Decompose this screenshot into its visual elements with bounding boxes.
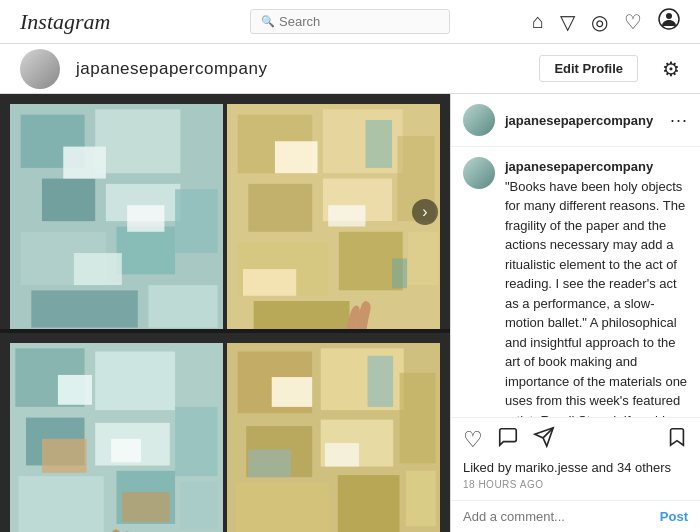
more-options-button[interactable]: ··· (670, 110, 688, 131)
svg-rect-57 (368, 356, 394, 407)
search-input[interactable] (279, 14, 439, 29)
post-avatar (463, 104, 495, 136)
svg-rect-43 (42, 439, 87, 473)
svg-rect-27 (243, 269, 296, 296)
compass-icon[interactable]: ◎ (591, 10, 608, 34)
like-button[interactable]: ♡ (463, 427, 483, 453)
svg-rect-12 (63, 147, 106, 179)
caption-area: japanesepapercompany "Books have been ho… (451, 147, 700, 417)
svg-rect-23 (408, 232, 438, 285)
svg-rect-26 (328, 205, 365, 226)
comment-input-area: Post (451, 500, 700, 532)
svg-rect-11 (148, 285, 217, 328)
save-button[interactable] (666, 426, 688, 454)
profile-username: japanesepapercompany (76, 59, 267, 79)
svg-rect-55 (272, 377, 312, 407)
svg-rect-5 (42, 179, 95, 222)
settings-icon[interactable]: ⚙ (662, 57, 680, 81)
hand-holding-bottom (80, 507, 150, 532)
search-icon: 🔍 (261, 15, 275, 28)
heart-icon[interactable]: ♡ (624, 10, 642, 34)
post-comment-button[interactable]: Post (660, 509, 688, 524)
book-page-right-bottom (227, 343, 440, 532)
svg-rect-50 (400, 373, 436, 464)
svg-rect-13 (127, 205, 164, 232)
book-page-left-bottom (10, 343, 223, 532)
svg-rect-58 (248, 449, 291, 477)
action-icons-row: ♡ (463, 426, 688, 454)
book-page-left-top (10, 104, 223, 319)
svg-rect-18 (248, 184, 312, 232)
svg-rect-4 (95, 109, 180, 173)
svg-rect-10 (31, 290, 137, 327)
filter-icon[interactable]: ▽ (560, 10, 575, 34)
share-button[interactable] (533, 426, 555, 454)
svg-rect-42 (111, 439, 141, 462)
caption-text: japanesepapercompany "Books have been ho… (505, 157, 688, 417)
svg-rect-52 (338, 475, 400, 532)
hand-holding-top (330, 284, 390, 329)
right-panel: japanesepapercompany ··· japanesepaperco… (450, 94, 700, 532)
profile-icon[interactable] (658, 8, 680, 35)
nav-icon-group: ⌂ ▽ ◎ ♡ (532, 8, 680, 35)
svg-rect-53 (406, 471, 436, 526)
likes-text: Liked by mariko.jesse and 34 others (463, 460, 688, 475)
svg-rect-28 (365, 120, 392, 168)
post-actions: ♡ Like (451, 417, 700, 500)
comment-button[interactable] (497, 426, 519, 454)
svg-rect-51 (236, 484, 330, 532)
instagram-logo: Instagram (20, 9, 110, 35)
edit-profile-button[interactable]: Edit Profile (539, 55, 638, 82)
profile-avatar (20, 49, 60, 89)
likes-label: Liked by mariko.jesse and 34 others (463, 460, 671, 475)
book-image-bottom (0, 333, 450, 532)
svg-rect-25 (275, 141, 318, 173)
post-header: japanesepapercompany ··· (451, 94, 700, 147)
timestamp: 18 HOURS AGO (463, 479, 688, 490)
svg-rect-35 (175, 407, 218, 476)
search-bar[interactable]: 🔍 (250, 9, 450, 34)
svg-rect-56 (325, 443, 359, 466)
comment-input[interactable] (463, 509, 660, 524)
main-content: › (0, 94, 700, 532)
post-username[interactable]: japanesepapercompany (505, 113, 653, 128)
book-image-top: › (0, 94, 450, 329)
svg-rect-32 (95, 352, 175, 411)
home-icon[interactable]: ⌂ (532, 10, 544, 33)
caption-block: japanesepapercompany "Books have been ho… (463, 157, 688, 417)
caption-body: "Books have been holy objects for many d… (505, 179, 687, 418)
svg-rect-41 (58, 375, 92, 405)
caption-username[interactable]: japanesepapercompany (505, 159, 653, 174)
svg-rect-8 (117, 226, 176, 274)
profile-header: japanesepapercompany Edit Profile ⚙ (0, 44, 700, 94)
svg-rect-29 (392, 258, 407, 288)
svg-point-1 (666, 13, 672, 19)
top-navigation: Instagram 🔍 ⌂ ▽ ◎ ♡ (0, 0, 700, 44)
image-pane: › (0, 94, 450, 532)
svg-rect-14 (74, 253, 122, 285)
svg-rect-38 (180, 481, 217, 529)
svg-rect-9 (175, 189, 218, 253)
next-image-button[interactable]: › (412, 199, 438, 225)
caption-avatar (463, 157, 495, 189)
